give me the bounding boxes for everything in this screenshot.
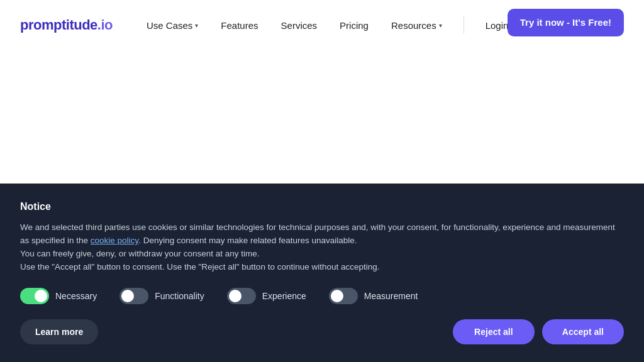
hero-area xyxy=(0,50,644,157)
nav-divider xyxy=(464,16,464,34)
toggle-necessary-label: Necessary xyxy=(55,291,97,301)
cookie-desc-part4: Use the "Accept all" button to consent. … xyxy=(20,262,380,272)
accept-all-button[interactable]: Accept all xyxy=(542,319,624,344)
cookie-policy-link[interactable]: cookie policy xyxy=(91,236,138,245)
cookie-toggles: Necessary Functionality Experience Measu… xyxy=(20,288,624,304)
cookie-banner: Notice We and selected third parties use… xyxy=(0,184,644,362)
reject-all-button[interactable]: Reject all xyxy=(453,319,535,344)
toggle-measurement: Measurement xyxy=(329,288,418,304)
cookie-description: We and selected third parties use cookie… xyxy=(20,221,624,274)
chevron-down-icon: ▾ xyxy=(195,22,198,29)
cookie-actions: Learn more Reject all Accept all xyxy=(20,319,624,344)
toggle-measurement-label: Measurement xyxy=(364,291,418,301)
toggle-necessary: Necessary xyxy=(20,288,97,304)
toggle-measurement-switch[interactable] xyxy=(329,288,358,304)
toggle-experience: Experience xyxy=(227,288,306,304)
navbar: promptitude.io Use Cases ▾ Features Serv… xyxy=(0,0,644,50)
toggle-experience-switch[interactable] xyxy=(227,288,256,304)
toggle-functionality: Functionality xyxy=(119,288,204,304)
nav-item-resources[interactable]: Resources ▾ xyxy=(382,15,451,36)
toggle-experience-label: Experience xyxy=(262,291,306,301)
toggle-functionality-label: Functionality xyxy=(155,291,204,301)
cookie-desc-part2: . Denying consent may make related featu… xyxy=(138,236,357,245)
nav-item-pricing[interactable]: Pricing xyxy=(331,15,377,36)
toggle-functionality-switch[interactable] xyxy=(119,288,148,304)
nav-item-use-cases[interactable]: Use Cases ▾ xyxy=(138,15,207,36)
toggle-necessary-switch[interactable] xyxy=(20,288,49,304)
nav-item-services[interactable]: Services xyxy=(272,15,326,36)
nav-cta-button[interactable]: Try it now - It's Free! xyxy=(508,9,624,36)
cookie-action-buttons: Reject all Accept all xyxy=(453,319,624,344)
cookie-notice-title: Notice xyxy=(20,201,624,212)
logo-text: promptitude.io xyxy=(20,17,113,33)
cookie-desc-part3: You can freely give, deny, or withdraw y… xyxy=(20,249,259,258)
nav-item-features[interactable]: Features xyxy=(212,15,267,36)
learn-more-button[interactable]: Learn more xyxy=(20,319,98,344)
logo[interactable]: promptitude.io xyxy=(20,17,113,33)
chevron-down-icon: ▾ xyxy=(439,22,442,29)
